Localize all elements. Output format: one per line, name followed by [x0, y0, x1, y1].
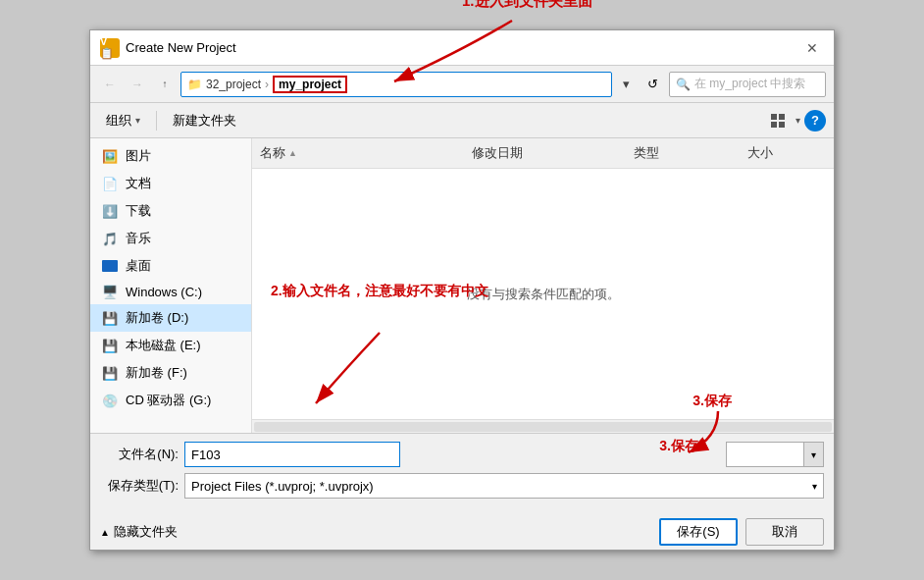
filetype-select[interactable]: Project Files (*.uvproj; *.uvprojx) ▾	[184, 473, 824, 499]
col-name-sort-icon: ▲	[288, 148, 297, 158]
download-icon: ⬇️	[102, 204, 118, 219]
sidebar-item-pictures[interactable]: 🖼️ 图片	[90, 142, 251, 170]
drive-e-icon: 💾	[102, 339, 118, 353]
bottom-bar: 文件名(N): 3.保存 ▾ 保存类型(T): Project Files (*…	[90, 433, 834, 512]
help-button[interactable]: ?	[804, 110, 826, 132]
breadcrumb-current: my_project	[273, 76, 347, 93]
sidebar-label-drive-f: 新加卷 (F:)	[126, 364, 187, 382]
filetype-value: Project Files (*.uvproj; *.uvprojx)	[191, 479, 374, 494]
save-dropdown: ▾	[726, 442, 824, 467]
title-bar: V📋 Create New Project ✕	[90, 30, 834, 66]
desktop-icon	[102, 260, 118, 272]
breadcrumb-dropdown-button[interactable]: ▾	[616, 73, 636, 96]
cd-icon: 💿	[102, 394, 118, 408]
annotation-2: 2.输入文件名，注意最好不要有中文	[271, 283, 488, 300]
hide-folders-button[interactable]: ▲ 隐藏文件夹	[100, 523, 178, 541]
breadcrumb-root: 32_project	[206, 78, 261, 91]
drive-d-icon: 💾	[102, 311, 118, 326]
save-button[interactable]: 保存(S)	[659, 518, 738, 546]
up-button[interactable]: ↑	[153, 73, 177, 96]
sidebar: 🖼️ 图片 📄 文档 ⬇️ 下载 🎵 音乐 桌面	[90, 138, 252, 433]
hide-folders-label: 隐藏文件夹	[114, 523, 178, 541]
sidebar-label-cd-g: CD 驱动器 (G:)	[126, 392, 211, 409]
sidebar-label-docs: 文档	[126, 175, 151, 192]
sidebar-item-downloads[interactable]: ⬇️ 下载	[90, 197, 251, 225]
view-icon	[770, 113, 786, 129]
organize-chevron: ▾	[135, 115, 140, 126]
back-button[interactable]: ←	[98, 73, 122, 96]
annotation-step1: 1.进入到文件夹里面	[462, 0, 592, 11]
save-dropdown-arrow[interactable]: ▾	[804, 442, 824, 467]
sidebar-label-music: 音乐	[126, 230, 151, 247]
filetype-row: 保存类型(T): Project Files (*.uvproj; *.uvpr…	[100, 473, 824, 499]
sidebar-item-desktop[interactable]: 桌面	[90, 252, 251, 280]
app-icon: V📋	[100, 38, 120, 58]
drive-f-icon: 💾	[102, 366, 118, 381]
sidebar-item-windows-c[interactable]: 🖥️ Windows (C:)	[90, 280, 251, 304]
save-label-annotation: 3.保存	[659, 438, 698, 455]
col-name-header[interactable]: 名称 ▲	[252, 141, 464, 165]
svg-rect-0	[771, 114, 777, 120]
sidebar-item-cd-g[interactable]: 💿 CD 驱动器 (G:)	[90, 387, 251, 414]
col-type-header[interactable]: 类型	[626, 141, 740, 165]
sidebar-item-drive-f[interactable]: 💾 新加卷 (F:)	[90, 359, 251, 387]
toolbar-separator	[156, 111, 157, 131]
scrollbar-track	[254, 422, 832, 432]
svg-rect-1	[779, 114, 785, 120]
refresh-button[interactable]: ↺	[640, 72, 665, 97]
view-toggle-button[interactable]	[764, 108, 792, 133]
hide-folders-chevron: ▲	[100, 527, 110, 538]
sidebar-label-downloads: 下载	[126, 202, 151, 220]
col-date-label: 修改日期	[472, 144, 523, 162]
col-type-label: 类型	[634, 144, 659, 162]
new-folder-button[interactable]: 新建文件夹	[165, 109, 244, 132]
filetype-label: 保存类型(T):	[100, 477, 179, 495]
toolbar: 组织 ▾ 新建文件夹 ▾ ?	[90, 103, 834, 138]
search-icon: 🔍	[676, 78, 691, 91]
breadcrumb-bar[interactable]: 📁 32_project › my_project	[180, 72, 612, 97]
new-folder-label: 新建文件夹	[173, 112, 236, 130]
breadcrumb-separator: ›	[265, 78, 269, 91]
sidebar-label-windows-c: Windows (C:)	[126, 285, 202, 299]
filename-row: 文件名(N): 3.保存 ▾	[100, 442, 824, 467]
sidebar-label-pictures: 图片	[126, 147, 151, 165]
filetype-chevron: ▾	[812, 481, 817, 492]
sidebar-label-desktop: 桌面	[126, 257, 151, 275]
file-table-header: 名称 ▲ 修改日期 类型 大小	[252, 138, 834, 169]
svg-rect-3	[779, 122, 785, 128]
dialog-title: Create New Project	[126, 40, 800, 55]
sidebar-item-drive-d[interactable]: 💾 新加卷 (D:)	[90, 304, 251, 332]
organize-button[interactable]: 组织 ▾	[98, 109, 148, 132]
forward-button[interactable]: →	[126, 73, 149, 96]
organize-label: 组织	[106, 112, 131, 130]
cancel-button[interactable]: 取消	[745, 518, 824, 546]
sidebar-item-docs[interactable]: 📄 文档	[90, 170, 251, 197]
annotation-3: 3.保存	[693, 393, 732, 410]
pictures-icon: 🖼️	[102, 149, 118, 164]
footer-bar: ▲ 隐藏文件夹 保存(S) 取消	[90, 512, 834, 550]
filename-label: 文件名(N):	[100, 446, 179, 463]
filename-input[interactable]	[184, 442, 400, 467]
annotation-1: 1.进入到文件夹里面	[462, 0, 592, 1]
view-chevron: ▾	[796, 115, 800, 126]
save-dropdown-display	[726, 442, 804, 467]
svg-rect-2	[771, 122, 777, 128]
col-name-label: 名称	[260, 144, 285, 162]
nav-bar: ← → ↑ 📁 32_project › my_project ▾ ↺ 🔍 在 …	[90, 66, 834, 103]
col-size-label: 大小	[747, 144, 773, 162]
col-size-header[interactable]: 大小	[740, 141, 834, 165]
windows-icon: 🖥️	[102, 285, 118, 299]
horizontal-scrollbar[interactable]	[252, 419, 834, 433]
search-placeholder: 在 my_project 中搜索	[694, 76, 805, 92]
close-button[interactable]: ✕	[800, 36, 824, 60]
col-date-header[interactable]: 修改日期	[464, 141, 627, 165]
search-bar[interactable]: 🔍 在 my_project 中搜索	[669, 72, 826, 97]
music-icon: 🎵	[102, 232, 118, 246]
sidebar-label-drive-d: 新加卷 (D:)	[126, 309, 188, 327]
sidebar-item-music[interactable]: 🎵 音乐	[90, 225, 251, 252]
toolbar-right: ▾ ?	[764, 108, 826, 133]
empty-text: 没有与搜索条件匹配的项。	[467, 286, 620, 303]
sidebar-label-drive-e: 本地磁盘 (E:)	[126, 337, 201, 354]
sidebar-item-drive-e[interactable]: 💾 本地磁盘 (E:)	[90, 332, 251, 359]
action-buttons: 保存(S) 取消	[659, 518, 824, 546]
